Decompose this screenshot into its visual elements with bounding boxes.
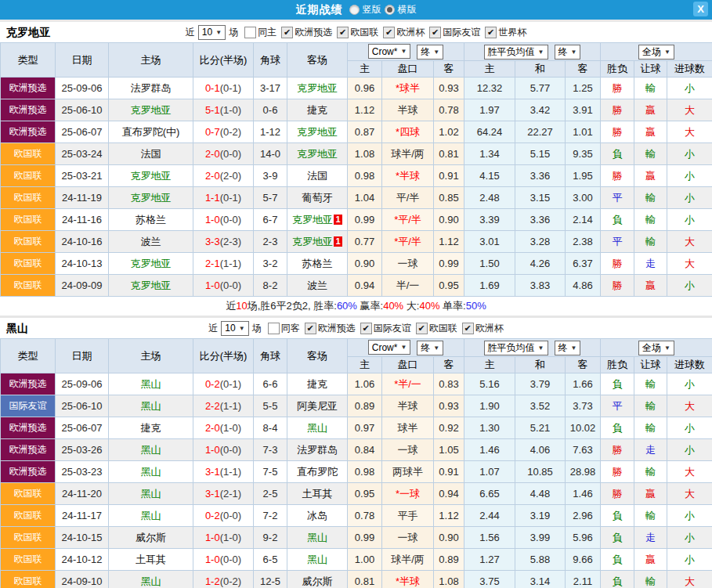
avg-home-cell: 3.01: [464, 231, 515, 253]
final-avg-select[interactable]: 终▼: [555, 45, 581, 60]
handicap-result-cell: 輸: [634, 78, 667, 99]
titlebar: 近期战绩 竖版 横版 X: [0, 0, 712, 22]
match-row: 欧国联25-03-21克罗地亚2-0(2-0)3-9法国0.98*半球0.914…: [1, 165, 712, 187]
away-team-cell: 威尔斯: [287, 571, 348, 588]
league-checkbox-label[interactable]: 欧洲杯: [475, 323, 504, 334]
league-checkbox[interactable]: ✔: [462, 323, 474, 334]
recent-count-select[interactable]: 10 ▼: [198, 25, 226, 40]
league-checkbox-label[interactable]: 国际友谊: [443, 27, 480, 38]
handicap-cell: 一球: [382, 439, 434, 461]
score-cell: 0-2(0-0): [193, 505, 254, 527]
vertical-layout-radio[interactable]: [349, 5, 360, 15]
match-type-cell: 欧国联: [1, 165, 56, 187]
league-checkbox[interactable]: ✔: [337, 27, 349, 38]
home-odds-cell: 0.94: [348, 275, 382, 297]
fulltime-score: 2-0: [205, 170, 220, 182]
corners-cell: 12-5: [254, 571, 287, 588]
league-checkbox[interactable]: ✔: [360, 323, 372, 334]
league-checkbox-label[interactable]: 欧洲预选: [295, 27, 332, 38]
summary-text-part: 40%: [383, 300, 403, 312]
scope-select[interactable]: 全场▼: [638, 341, 674, 355]
avg-home-cell: 3.39: [464, 209, 515, 231]
subcol-avg-away: 客: [566, 357, 601, 373]
away-odds-cell: 0.93: [434, 78, 464, 99]
date-cell: 25-09-06: [56, 78, 109, 99]
avg-home-cell: 1.90: [464, 395, 515, 417]
handicap-result-cell: 走: [634, 253, 667, 275]
final-avg-select[interactable]: 终▼: [555, 341, 581, 355]
horizontal-layout-label[interactable]: 横版: [398, 3, 417, 16]
close-icon[interactable]: X: [693, 2, 708, 16]
avg-home-cell: 2.44: [464, 505, 515, 527]
corners-cell: 5-7: [254, 187, 287, 209]
match-type-cell: 欧洲预选: [1, 461, 56, 483]
scope-select[interactable]: 全场▼: [638, 45, 674, 60]
league-checkbox-label[interactable]: 欧洲预选: [318, 323, 356, 334]
corners-cell: 3-17: [254, 78, 287, 99]
layout-radio-group: 竖版 横版: [349, 3, 417, 16]
same-venue-checkbox[interactable]: [268, 323, 280, 334]
odds-company-select[interactable]: Crow*▼: [368, 340, 411, 355]
goals-result-cell: 小: [667, 78, 712, 99]
away-team-cell: 土耳其: [287, 483, 348, 505]
col-corners: 角球: [254, 43, 287, 78]
summary-text-part: 近: [226, 300, 236, 312]
home-odds-cell: 0.97: [348, 417, 382, 439]
avg-away-cell: 4.86: [566, 275, 601, 297]
final-odds-select[interactable]: 终▼: [417, 341, 443, 355]
avg-odds-select[interactable]: 胜平负均值▼: [484, 45, 548, 60]
recent-count-select[interactable]: 10 ▼: [221, 321, 248, 336]
home-odds-cell: 0.90: [348, 253, 382, 275]
avg-draw-cell: 3.83: [515, 275, 566, 297]
col-away: 客场: [287, 43, 348, 78]
league-checkbox-label[interactable]: 欧国联: [350, 27, 378, 38]
horizontal-layout-radio[interactable]: [385, 5, 395, 15]
same-venue-checkbox[interactable]: [244, 27, 256, 38]
odds-group-header: Crow*▼终▼: [348, 339, 464, 357]
league-checkbox-label[interactable]: 欧洲杯: [396, 27, 425, 38]
goals-result-cell: 小: [667, 439, 712, 461]
result-cell: 平: [601, 187, 634, 209]
col-corners: 角球: [254, 339, 287, 373]
team-section-croatia: 克罗地亚 近 10 ▼ 场 同主 ✔欧洲预选✔欧国联✔欧洲杯✔国际友谊✔世界杯: [0, 22, 712, 318]
league-checkbox[interactable]: ✔: [383, 27, 395, 38]
same-venue-label[interactable]: 同主: [258, 26, 276, 39]
result-cell: 勝: [601, 78, 634, 99]
score-cell: 1-0(0-0): [193, 549, 254, 571]
odds-company-select[interactable]: Crow*▼: [368, 44, 411, 59]
col-type: 类型: [1, 43, 56, 78]
home-team-cell: 克罗地亚: [109, 275, 193, 297]
halftime-score: (0-0): [220, 444, 241, 456]
league-checkbox-label[interactable]: 国际友谊: [374, 323, 411, 334]
league-checkbox[interactable]: ✔: [416, 323, 428, 334]
goals-result-cell: 大: [667, 121, 712, 143]
avg-odds-select[interactable]: 胜平负均值▼: [484, 341, 548, 355]
league-checkbox[interactable]: ✔: [305, 323, 316, 334]
league-checkbox-label[interactable]: 欧国联: [429, 323, 457, 334]
handicap-cell: 平手: [382, 505, 434, 527]
date-cell: 25-06-07: [56, 417, 109, 439]
league-checkbox-label[interactable]: 世界杯: [498, 27, 526, 38]
match-row: 欧洲预选25-06-07直布罗陀(中)0-7(0-2)1-12克罗地亚0.87*…: [1, 121, 712, 143]
halftime-score: (0-0): [220, 280, 241, 291]
handicap-cell: *四球: [382, 121, 434, 143]
handicap-result-cell: 輸: [634, 187, 667, 209]
col-date: 日期: [56, 43, 109, 78]
team-name: 克罗地亚: [6, 22, 50, 42]
same-venue-label[interactable]: 同客: [281, 322, 300, 335]
league-checkbox[interactable]: ✔: [485, 27, 497, 38]
away-odds-cell: 0.93: [434, 395, 464, 417]
avg-home-cell: 5.16: [464, 373, 515, 395]
match-type-cell: 欧国联: [1, 483, 56, 505]
home-team-cell: 克罗地亚: [109, 165, 193, 187]
handicap-result-cell: 贏: [634, 99, 667, 121]
league-checkbox[interactable]: ✔: [429, 27, 441, 38]
vertical-layout-label[interactable]: 竖版: [363, 3, 381, 16]
final-odds-select[interactable]: 终▼: [417, 45, 443, 60]
league-checkbox[interactable]: ✔: [281, 27, 293, 38]
fulltime-score: 0-1: [205, 82, 220, 94]
halftime-score: (1-0): [220, 532, 241, 543]
away-team-cell: 法罗群岛: [287, 439, 348, 461]
date-cell: 25-06-10: [56, 395, 109, 417]
avg-away-cell: 3.73: [566, 395, 601, 417]
